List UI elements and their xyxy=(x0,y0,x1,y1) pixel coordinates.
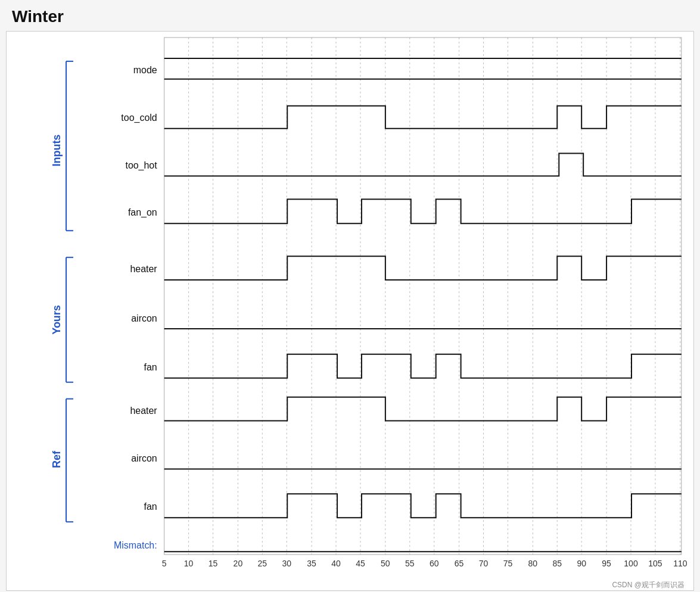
waveform-chart: Inputs mode too_cold too_hot fan_on xyxy=(7,32,693,590)
signal-mode-label: mode xyxy=(133,65,157,75)
svg-text:75: 75 xyxy=(503,559,513,568)
ref-fan-label: fan xyxy=(144,501,157,512)
svg-text:70: 70 xyxy=(479,559,489,568)
svg-text:50: 50 xyxy=(381,559,390,568)
svg-text:60: 60 xyxy=(430,559,439,568)
svg-text:25: 25 xyxy=(258,559,267,568)
svg-text:55: 55 xyxy=(405,559,415,568)
svg-text:35: 35 xyxy=(307,559,316,568)
svg-text:5: 5 xyxy=(162,559,167,568)
page-container: Winter xyxy=(0,0,700,592)
signal-too-hot-label: too_hot xyxy=(125,160,157,171)
page-title: Winter xyxy=(0,0,700,31)
yours-fan-label: fan xyxy=(144,362,157,372)
svg-text:45: 45 xyxy=(356,559,365,568)
yours-heater-label: heater xyxy=(130,264,157,274)
signal-too-cold-label: too_cold xyxy=(121,113,157,123)
svg-text:85: 85 xyxy=(552,559,562,568)
watermark-text: CSDN @观千剑而识器 xyxy=(612,581,684,589)
svg-text:100: 100 xyxy=(624,559,638,568)
yours-label: Yours xyxy=(51,305,63,335)
svg-text:105: 105 xyxy=(648,559,662,568)
svg-text:110: 110 xyxy=(673,559,687,568)
mismatch-label: Mismatch: xyxy=(114,540,157,550)
svg-text:15: 15 xyxy=(209,559,218,568)
yours-aircon-label: aircon xyxy=(131,313,157,323)
svg-text:10: 10 xyxy=(184,559,194,568)
svg-rect-2 xyxy=(164,38,682,554)
svg-text:20: 20 xyxy=(234,559,243,568)
svg-text:65: 65 xyxy=(455,559,464,568)
ref-heater-label: heater xyxy=(130,406,157,416)
svg-text:95: 95 xyxy=(602,559,611,568)
svg-text:90: 90 xyxy=(577,559,586,568)
svg-text:30: 30 xyxy=(282,559,291,568)
inputs-label: Inputs xyxy=(51,135,63,167)
svg-text:80: 80 xyxy=(528,559,538,568)
signal-fan-on-label: fan_on xyxy=(128,207,157,218)
ref-aircon-label: aircon xyxy=(131,453,157,463)
svg-text:40: 40 xyxy=(331,559,341,568)
ref-label: Ref xyxy=(51,450,63,468)
chart-area: Inputs mode too_cold too_hot fan_on xyxy=(6,31,694,591)
